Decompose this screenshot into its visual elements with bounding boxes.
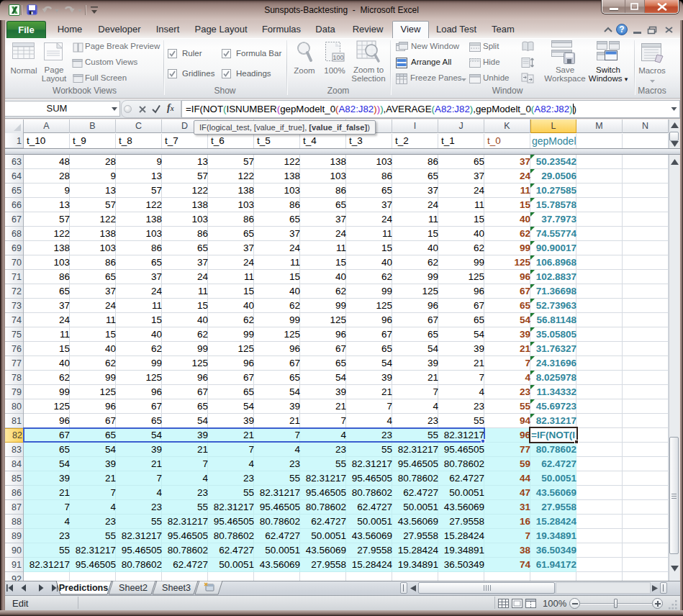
svg-text:Sheet2: Sheet2: [119, 583, 148, 593]
svg-text:100: 100: [333, 54, 343, 61]
svg-text:Predictions: Predictions: [59, 583, 109, 593]
svg-text:Sheet3: Sheet3: [162, 583, 191, 593]
